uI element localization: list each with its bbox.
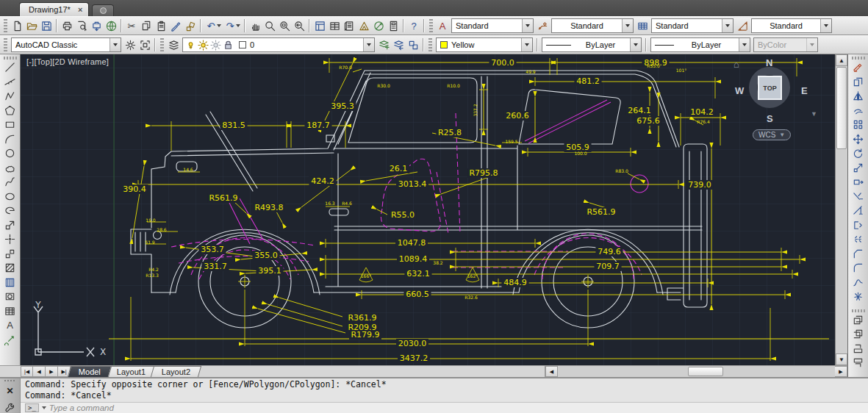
- multiline-text-tool[interactable]: A: [2, 318, 18, 333]
- text-style-combo[interactable]: Standard: [451, 18, 534, 33]
- add-selected-tool[interactable]: [2, 333, 18, 348]
- plot-button[interactable]: [60, 18, 74, 33]
- scroll-up-icon[interactable]: ▲: [836, 54, 847, 66]
- scroll-left-icon[interactable]: ◀: [545, 366, 558, 377]
- bring-above-objects-tool[interactable]: [850, 342, 866, 356]
- toolbar-grip[interactable]: [852, 309, 865, 312]
- spline-tool[interactable]: [2, 175, 18, 190]
- table-style-combo[interactable]: Standard: [651, 18, 734, 33]
- viewcube-home-icon[interactable]: ⌂: [734, 59, 739, 70]
- toolbar-grip[interactable]: [4, 38, 7, 51]
- save-button[interactable]: [39, 18, 54, 33]
- toolbar-grip[interactable]: [429, 19, 433, 32]
- zoom-realtime-button[interactable]: [262, 18, 277, 33]
- send-to-back-tool[interactable]: [850, 327, 866, 342]
- quickcalc-button[interactable]: [386, 18, 401, 33]
- fillet-tool[interactable]: [850, 261, 866, 276]
- next-tab-button[interactable]: ▶: [46, 366, 58, 377]
- close-tab-icon[interactable]: ×: [78, 5, 82, 14]
- vertical-scrollbar[interactable]: ▲ ▼: [835, 54, 847, 365]
- vertical-scroll-thumb[interactable]: [836, 67, 847, 149]
- wcs-dropdown[interactable]: WCS▼: [753, 129, 791, 140]
- new-button[interactable]: [10, 18, 24, 33]
- drag-handle-icon[interactable]: [4, 380, 16, 381]
- tab-layout2[interactable]: Layout2: [151, 366, 201, 377]
- wrench-icon[interactable]: [3, 402, 18, 413]
- viewcube-north[interactable]: N: [766, 57, 772, 68]
- layer-vp-freeze-icon[interactable]: [210, 39, 221, 51]
- document-tab[interactable]: Drawing17* ×: [19, 2, 89, 16]
- layer-combo[interactable]: 0: [182, 37, 375, 52]
- zoom-previous-button[interactable]: [292, 18, 306, 33]
- workspace-combo[interactable]: AutoCAD Classic: [11, 37, 121, 52]
- layer-lock-icon[interactable]: [223, 39, 234, 51]
- chevron-down-icon[interactable]: [630, 38, 641, 51]
- properties-button[interactable]: [312, 18, 327, 33]
- chevron-down-icon[interactable]: [739, 38, 750, 51]
- polyline-tool[interactable]: [2, 89, 18, 104]
- break-tool[interactable]: [850, 218, 866, 233]
- plot-preview-button[interactable]: [74, 18, 89, 33]
- customize-ui-button[interactable]: [137, 37, 152, 52]
- close-command-line-icon[interactable]: ✕: [6, 386, 13, 396]
- model-space-canvas[interactable]: [-][Top][2D Wireframe]: [21, 54, 835, 365]
- cut-button[interactable]: ✂: [124, 18, 139, 33]
- sheet-set-manager-button[interactable]: [356, 18, 371, 33]
- extend-tool[interactable]: [850, 204, 866, 218]
- array-tool[interactable]: [850, 118, 866, 132]
- make-block-tool[interactable]: [2, 247, 18, 262]
- rotate-tool[interactable]: [850, 146, 866, 161]
- construction-line-tool[interactable]: [2, 75, 18, 90]
- command-history[interactable]: Command: Specify opposite corner or [Fen…: [21, 378, 868, 402]
- tab-layout1[interactable]: Layout1: [106, 366, 157, 377]
- tool-palettes-button[interactable]: [342, 18, 356, 33]
- offset-tool[interactable]: [850, 104, 866, 118]
- undo-button[interactable]: ↶: [204, 18, 218, 33]
- chevron-down-icon[interactable]: [522, 19, 533, 32]
- block-editor-button[interactable]: [183, 18, 198, 33]
- lineweight-combo[interactable]: ByLayer: [650, 37, 750, 52]
- toolbar-grip[interactable]: [4, 57, 17, 60]
- gradient-tool[interactable]: [2, 276, 18, 290]
- layer-previous-button[interactable]: [391, 37, 406, 52]
- pan-button[interactable]: [248, 18, 262, 33]
- revision-cloud-tool[interactable]: [2, 161, 18, 176]
- chevron-down-icon[interactable]: [622, 19, 633, 32]
- scale-tool[interactable]: [850, 161, 866, 176]
- explode-tool[interactable]: [850, 290, 866, 304]
- insert-block-tool[interactable]: [2, 218, 18, 233]
- first-tab-button[interactable]: |◀: [21, 366, 33, 377]
- trim-tool[interactable]: [850, 190, 866, 204]
- viewcube-east[interactable]: E: [801, 85, 808, 96]
- chevron-down-icon[interactable]: [363, 38, 374, 51]
- table-tool[interactable]: [2, 304, 18, 319]
- erase-tool[interactable]: [850, 60, 866, 75]
- viewcube-menu-icon[interactable]: ▼: [811, 110, 817, 118]
- blend-curves-tool[interactable]: [850, 276, 866, 290]
- command-options-icon[interactable]: [42, 406, 46, 409]
- ellipse-tool[interactable]: [2, 190, 18, 204]
- scroll-down-icon[interactable]: ▼: [836, 353, 847, 365]
- command-input-row[interactable]: >_ Type a command: [21, 402, 868, 413]
- chamfer-tool[interactable]: [850, 247, 866, 262]
- vertical-scroll-track[interactable]: [836, 150, 847, 353]
- linetype-combo[interactable]: ByLayer: [542, 37, 642, 52]
- 3d-dwf-button[interactable]: [104, 18, 118, 33]
- toolbar-grip[interactable]: [428, 38, 432, 51]
- wireframe-drawing[interactable]: 700.0898.9481.2395.3831.5187.7260.6264.1…: [21, 54, 835, 365]
- viewcube[interactable]: ⌂ N S W E TOP ▼ WCS▼: [734, 57, 822, 147]
- prev-tab-button[interactable]: ◀: [33, 366, 46, 377]
- polygon-tool[interactable]: [2, 104, 18, 118]
- layer-on-icon[interactable]: [185, 39, 196, 51]
- help-button[interactable]: ?: [406, 18, 421, 33]
- stretch-tool[interactable]: [850, 175, 866, 190]
- horizontal-scrollbar[interactable]: ◀ ▶: [545, 366, 847, 377]
- bring-to-front-tool[interactable]: [850, 313, 866, 328]
- viewcube-south[interactable]: S: [767, 113, 773, 124]
- chevron-down-icon[interactable]: [110, 38, 121, 51]
- markup-set-manager-button[interactable]: [371, 18, 386, 33]
- publish-button[interactable]: [89, 18, 104, 33]
- paste-button[interactable]: [154, 18, 168, 33]
- ellipse-arc-tool[interactable]: [2, 204, 18, 218]
- zoom-window-button[interactable]: [277, 18, 292, 33]
